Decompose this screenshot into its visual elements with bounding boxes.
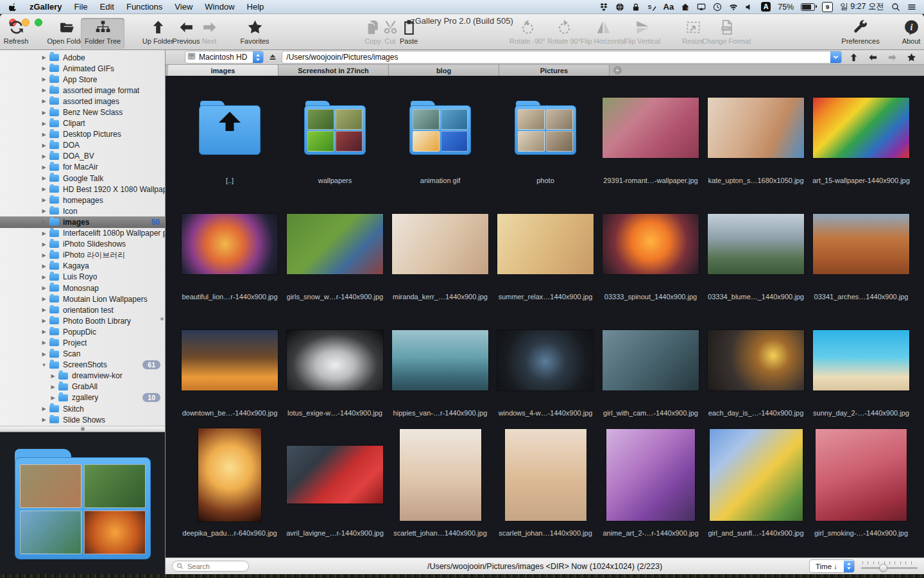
path-input[interactable]: /Users/woojooin/Pictures/images: [282, 51, 842, 64]
menu-item-edit[interactable]: Edit: [100, 2, 114, 12]
input-source-icon[interactable]: A: [761, 2, 771, 12]
menu-item-view[interactable]: View: [175, 2, 193, 12]
notification-center-icon[interactable]: [907, 3, 916, 12]
prev-button[interactable]: Previous: [171, 18, 201, 49]
search-input[interactable]: [172, 561, 249, 572]
path-up-button[interactable]: [846, 53, 861, 62]
sidebar-item-slide-shows[interactable]: ▶Slide Shows: [0, 414, 165, 425]
sidebar-item-interfacelift-1080p-wallpaper-pack[interactable]: ▶Interfacelift 1080p Wallpaper pack: [0, 228, 165, 239]
tab-pictures[interactable]: Pictures: [499, 65, 610, 76]
paste-button[interactable]: Paste: [397, 18, 420, 49]
sidebar-item-iphoto-slideshows[interactable]: ▶iPhoto Slideshows: [0, 239, 165, 250]
sidebar-item-benz-new-sclass[interactable]: ▶Benz New Sclass: [0, 107, 165, 118]
grid-item-folder[interactable]: wallpapers: [282, 96, 388, 212]
dropbox-icon[interactable]: [599, 3, 608, 12]
battery-percentage[interactable]: 75%: [778, 3, 794, 12]
triangle-right-icon[interactable]: ▶: [40, 318, 48, 324]
refresh-button[interactable]: Refresh: [1, 18, 31, 49]
triangle-right-icon[interactable]: ▶: [49, 384, 57, 390]
sidebar-item-doa[interactable]: ▶DOA: [0, 140, 165, 151]
triangle-right-icon[interactable]: ▶: [40, 263, 48, 269]
wifi-icon[interactable]: [729, 3, 738, 12]
sidebar-item-graball[interactable]: ▶GrabAll: [0, 381, 165, 392]
sort-order-select[interactable]: Time ↓: [809, 559, 855, 573]
grid-item-image[interactable]: deepika_padu…r-640x960.jpg: [177, 428, 282, 537]
text-size-icon[interactable]: Aa: [663, 2, 674, 12]
grid-item-image[interactable]: scarlett_johan…924x578.jpg: [388, 428, 493, 537]
sidebar-item-iphoto[interactable]: ▶iPhoto 라이브러리: [0, 250, 165, 261]
slider-knob[interactable]: [879, 564, 887, 572]
sidebar-item-homepages[interactable]: ▶homepages: [0, 195, 165, 206]
grid-item-image[interactable]: girl_and_sunfl…-924x578.jpg: [703, 428, 809, 537]
triangle-right-icon[interactable]: ▶: [40, 208, 48, 214]
home-icon[interactable]: [681, 3, 690, 12]
grid-item-folder[interactable]: photo: [493, 96, 598, 212]
grid-item-image[interactable]: kate_upton_s…1680x1050.jpg: [703, 96, 809, 212]
triangle-right-icon[interactable]: ▶: [40, 143, 48, 148]
triangle-right-icon[interactable]: ▶: [40, 110, 48, 116]
fav-button[interactable]: Favorites: [238, 18, 271, 49]
menu-item-window[interactable]: Window: [205, 2, 234, 12]
triangle-right-icon[interactable]: ▶: [40, 252, 48, 258]
sidebar-item-images[interactable]: ▶images50: [0, 216, 165, 227]
sidebar-item-assorted-image-format[interactable]: ▶assorted image format: [0, 85, 165, 96]
grid-item-image[interactable]: avril_lavigne_…r-924x578.jpg: [282, 428, 388, 537]
grid-item-image[interactable]: girl_with_cam…-924x578.jpg: [598, 328, 703, 428]
lock-icon[interactable]: [631, 3, 640, 12]
up-button[interactable]: Up Folder: [141, 18, 175, 49]
tab-images[interactable]: images: [168, 65, 278, 76]
sidebar-item-assorted-images[interactable]: ▶assorted images: [0, 96, 165, 107]
triangle-right-icon[interactable]: ▶: [40, 153, 48, 159]
triangle-right-icon[interactable]: ▶: [40, 219, 48, 225]
triangle-right-icon[interactable]: ▶: [40, 55, 48, 60]
triangle-right-icon[interactable]: ▶: [40, 351, 48, 357]
apple-menu-icon[interactable]: [9, 3, 17, 12]
triangle-right-icon[interactable]: ▶: [40, 121, 48, 127]
menu-item-help[interactable]: Help: [247, 2, 264, 12]
sidebar-item-icon[interactable]: ▶Icon: [0, 206, 165, 216]
triangle-right-icon[interactable]: ▶: [40, 175, 48, 181]
sidebar-item-orientation-test[interactable]: ▶orientation test: [0, 304, 165, 315]
triangle-right-icon[interactable]: ▶: [40, 186, 48, 192]
tree-scrollbar[interactable]: [160, 317, 164, 320]
triangle-right-icon[interactable]: ▶: [40, 132, 48, 137]
triangle-down-icon[interactable]: ▼: [40, 362, 48, 368]
sidebar-item-luis-royo[interactable]: ▶Luis Royo: [0, 272, 165, 283]
tab-screenshot-in-27inch[interactable]: Screenshot in 27inch: [278, 65, 389, 76]
sidebar-item-animated-gifs[interactable]: ▶Animated GIFs: [0, 63, 165, 74]
grid-item-folder[interactable]: animation gif: [388, 96, 493, 212]
sidebar-item-app-store[interactable]: ▶App Store: [0, 74, 165, 85]
globe-icon[interactable]: [615, 3, 624, 12]
sidebar-item-popupdic[interactable]: ▶PopupDic: [0, 326, 165, 337]
triangle-right-icon[interactable]: ▶: [40, 87, 48, 93]
grid-item-image[interactable]: each_day_is_…-924x578.jpg: [703, 328, 809, 428]
triangle-right-icon[interactable]: ▶: [40, 329, 48, 335]
triangle-right-icon[interactable]: ▶: [40, 164, 48, 170]
sidebar-item-scan[interactable]: ▶Scan: [0, 349, 165, 360]
triangle-right-icon[interactable]: ▶: [40, 98, 48, 104]
triangle-right-icon[interactable]: ▶: [49, 395, 57, 401]
path-favorite-button[interactable]: [904, 53, 919, 62]
grid-item-image[interactable]: windows_4-w…-924x578.jpg: [493, 328, 598, 428]
grid-item-image[interactable]: art_15-wallpaper-924x578.jpg: [809, 96, 914, 212]
grid-item-image[interactable]: hippies_van-…r-924x578.jpg: [388, 328, 493, 428]
triangle-right-icon[interactable]: ▶: [40, 197, 48, 203]
spotlight-icon[interactable]: [891, 3, 900, 12]
prefs-button[interactable]: Preferences: [840, 18, 881, 49]
sidebar-item-clipart[interactable]: ▶Clipart: [0, 118, 165, 129]
grid-item-image[interactable]: scarlett_johan…924x578.jpg: [493, 428, 598, 537]
triangle-right-icon[interactable]: ▶: [49, 373, 57, 379]
airplay-icon[interactable]: [697, 3, 706, 12]
path-back-button[interactable]: [866, 53, 880, 62]
grid-item-image[interactable]: 03334_blume…_1440x900.jpg: [703, 212, 809, 328]
triangle-right-icon[interactable]: ▶: [40, 406, 48, 412]
grid-item-image[interactable]: lotus_exige-w…-924x578.jpg: [282, 328, 388, 428]
triangle-right-icon[interactable]: ▶: [40, 274, 48, 280]
grid-item-image[interactable]: 03341_arches…924x578.jpg: [809, 212, 914, 328]
sidebar-resize-handle[interactable]: [0, 426, 165, 432]
battery-icon[interactable]: [801, 3, 815, 11]
grid-item-image[interactable]: girl_smoking-…-924x578.jpg: [809, 428, 914, 537]
volume-icon[interactable]: [745, 3, 754, 12]
menu-app-name[interactable]: zGallery: [30, 2, 62, 12]
sidebar-item-hd-best-1920-x-1080-wallpap[interactable]: ▶HD Best 1920 X 1080 Wallpap…: [0, 184, 165, 195]
